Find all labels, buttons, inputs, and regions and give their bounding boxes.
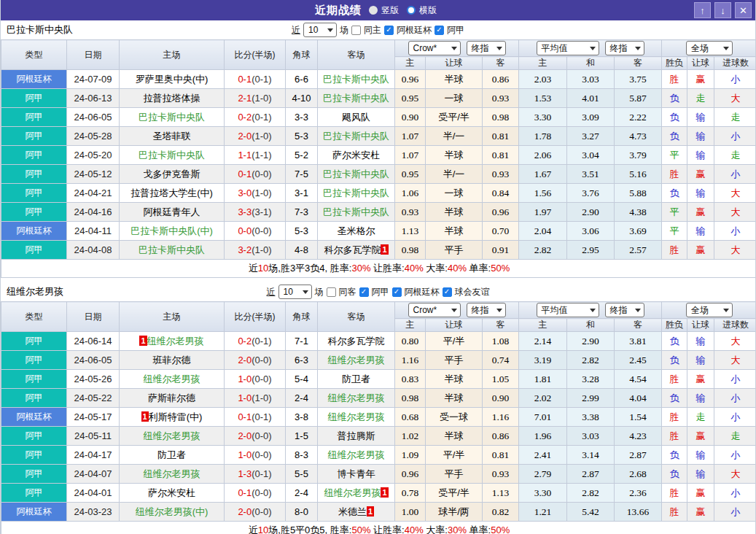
col-header-away: 客场 [318, 302, 395, 332]
home-team-name: 拉普拉塔体操 [144, 93, 200, 104]
avg-away-odds: 3.79 [615, 146, 662, 165]
odds-group-header: Crow*终指 [395, 40, 519, 57]
match-count-select[interactable]: 10 [303, 23, 337, 37]
match-date: 24-05-12 [67, 165, 120, 184]
full-match-select[interactable]: 全场 [686, 303, 733, 317]
sub-col-header: 让球 [687, 319, 714, 332]
section-controls-row: 巴拉卡斯中央队近10场同主✓阿根廷杯✓阿甲 [1, 20, 755, 39]
fulltime-score: 0-1 [238, 411, 252, 422]
away-team-cell: 巴拉卡斯中央队 [318, 70, 395, 89]
result-goals: 小 [714, 165, 756, 184]
same-venue-checkbox[interactable] [351, 26, 361, 35]
near-matches-link[interactable]: 近 [267, 286, 276, 298]
home-team-name: 纽维尔老男孩 [144, 374, 200, 384]
avg-source-select[interactable]: 平均值 [537, 303, 599, 317]
final-avg-select[interactable]: 终指 [605, 41, 644, 55]
avg-away-odds: 13.66 [615, 503, 662, 522]
result-goals: 小 [714, 484, 756, 503]
home-team-cell: 戈多伊克鲁斯 [120, 165, 225, 184]
avg-draw-odds: 2.99 [567, 389, 615, 408]
fulltime-score: 2-1 [238, 93, 252, 104]
score-cell: 2-0(0-0) [225, 503, 286, 522]
handicap-home-odds: 1.07 [395, 146, 426, 165]
league-checkbox[interactable]: ✓ [443, 287, 452, 297]
result-handicap: 赢 [687, 241, 714, 260]
full-match-select[interactable]: 全场 [686, 41, 733, 55]
avg-home-odds: 1.78 [519, 127, 567, 146]
league-checkbox[interactable]: ✓ [359, 287, 369, 297]
avg-away-odds: 2.36 [615, 484, 662, 503]
match-count-select[interactable]: 10 [278, 285, 312, 299]
avg-away-odds: 5.16 [615, 165, 662, 184]
home-team-cell: 防卫者 [120, 446, 225, 465]
league-type-badge: 阿甲 [1, 165, 67, 184]
horizontal-layout-radio[interactable] [407, 6, 416, 15]
up-button[interactable]: ↑ [694, 2, 711, 18]
match-row: 阿甲24-05-11纽维尔老男孩2-0(0-0)1-5普拉腾斯1.02半球0.8… [1, 427, 756, 446]
handicap-away-odds: 0.90 [483, 389, 519, 408]
down-button[interactable]: ↓ [714, 2, 731, 18]
away-team-cell: 纽维尔老男孩 [318, 351, 395, 370]
result-winlose: 胜 [662, 427, 687, 446]
up-icon: ↑ [700, 5, 705, 16]
result-handicap: 走 [687, 89, 714, 108]
fulltime-score: 3-2 [238, 244, 252, 255]
away-team-cell: 巴拉卡斯中央队 [318, 89, 395, 108]
record-summary: 近10场,胜3平3负4, 胜率:30% 让胜率:40% 大率:40% 单率:50… [1, 260, 756, 278]
league-type-badge: 阿甲 [1, 332, 67, 351]
halftime-score: (0-0) [252, 225, 271, 236]
avg-away-odds: 3.81 [615, 332, 662, 351]
avg-draw-odds: 3.04 [567, 146, 615, 165]
away-team-name: 巴拉卡斯中央队 [323, 131, 389, 142]
odds-source-select[interactable]: Crow* [408, 41, 461, 55]
fulltime-score: 0-0 [238, 225, 252, 236]
handicap-line: 平手 [426, 351, 483, 370]
odds-source-select[interactable]: Crow* [408, 303, 461, 317]
results-table: 类型日期主场比分(半场)角球客场Crow*终指平均值终指全场主让球客主和客胜负让… [1, 301, 756, 534]
score-cell: 1-3(0-1) [225, 465, 286, 484]
near-matches-link[interactable]: 近 [292, 24, 300, 36]
away-team-name: 纽维尔老男孩 [328, 355, 385, 365]
fulltime-score: 0-1 [238, 487, 252, 498]
match-date: 24-04-21 [67, 184, 120, 203]
final-odds-select[interactable]: 终指 [467, 41, 506, 55]
avg-draw-odds: 3.09 [567, 108, 615, 127]
close-button[interactable]: ✕ [735, 2, 752, 18]
window-title: 近期战绩 [315, 4, 362, 18]
match-row: 阿根廷杯24-07-09罗萨里奥中央(中)0-1(0-1)6-6巴拉卡斯中央队0… [1, 70, 756, 89]
handicap-home-odds: 0.95 [395, 165, 426, 184]
same-venue-checkbox[interactable] [327, 287, 336, 297]
home-team-cell: 萨斯菲尔德 [120, 389, 225, 408]
final-odds-select[interactable]: 终指 [467, 303, 506, 317]
avg-source-select[interactable]: 平均值 [537, 41, 599, 55]
league-checkbox[interactable]: ✓ [434, 26, 444, 35]
col-header-date: 日期 [67, 40, 120, 70]
home-team-cell: 巴拉卡斯中央队 [120, 146, 225, 165]
col-header-type: 类型 [1, 40, 67, 70]
league-type-badge: 阿甲 [1, 89, 67, 108]
same-venue-label: 同主 [364, 24, 381, 36]
full-group-header: 全场 [662, 40, 756, 57]
halftime-score: (0-0) [252, 169, 271, 179]
vertical-layout-radio[interactable] [369, 6, 378, 15]
avg-away-odds: 2.68 [615, 465, 662, 484]
result-winlose: 平 [662, 203, 687, 222]
avg-draw-odds: 5.42 [567, 503, 615, 522]
result-winlose: 平 [662, 222, 687, 241]
final-avg-select[interactable]: 终指 [605, 303, 644, 317]
handicap-line: 平手 [426, 465, 483, 484]
league-checkbox[interactable]: ✓ [384, 26, 394, 35]
col-header-score: 比分(半场) [225, 302, 286, 332]
away-team-name: 博卡青年 [338, 468, 375, 479]
result-goals: 大 [714, 89, 756, 108]
halftime-score: (0-1) [252, 468, 271, 479]
avg-group-header: 平均值终指 [519, 302, 662, 319]
avg-home-odds: 3.30 [519, 108, 567, 127]
league-type-badge: 阿甲 [1, 389, 67, 408]
league-checkbox[interactable]: ✓ [392, 287, 402, 297]
home-team-name: 阿根廷青年人 [144, 206, 200, 217]
fulltime-score: 2-0 [238, 430, 252, 441]
filter-controls: 近10场同客✓阿甲✓阿根廷杯✓球会友谊 [267, 285, 490, 299]
result-handicap: 输 [687, 146, 714, 165]
handicap-line: 受平/半 [426, 484, 483, 503]
